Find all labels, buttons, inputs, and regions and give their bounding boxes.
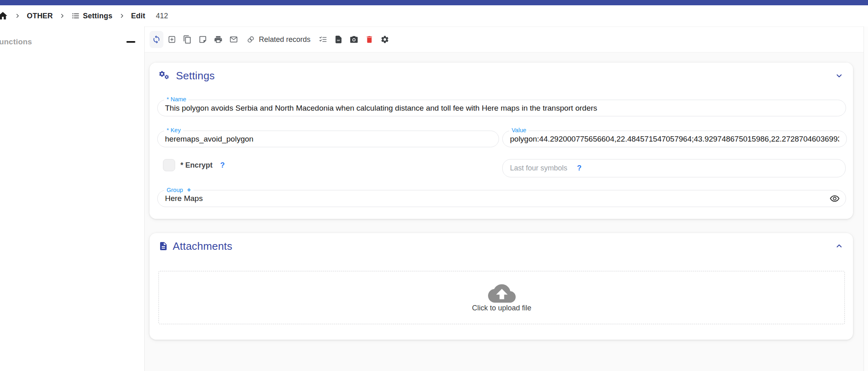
print-icon [214, 35, 223, 44]
minus-icon [126, 41, 135, 43]
name-label: * Name [164, 96, 189, 103]
encrypt-checkbox[interactable] [163, 159, 175, 171]
related-records-button[interactable]: Related records [242, 31, 315, 48]
email-button[interactable] [227, 31, 241, 48]
record-id: 412 [156, 12, 168, 20]
breadcrumb-settings[interactable]: Settings [72, 12, 113, 20]
home-icon[interactable] [0, 11, 8, 21]
key-label: * Key [164, 127, 183, 133]
trash-icon [365, 35, 374, 44]
value-input[interactable] [510, 131, 839, 147]
camera-button[interactable] [347, 31, 361, 48]
group-input[interactable] [165, 190, 838, 207]
chevron-up-icon [835, 242, 843, 250]
export-pdf-button[interactable] [332, 31, 345, 48]
copy-icon [183, 35, 192, 44]
group-label: Group [167, 187, 183, 193]
related-records-label: Related records [259, 35, 310, 44]
camera-icon [349, 35, 358, 44]
breadcrumb-settings-label: Settings [83, 12, 113, 20]
attachments-section-title: Attachments [173, 240, 232, 253]
settings-gear-button[interactable] [378, 31, 392, 48]
pdf-file-icon [334, 35, 343, 44]
file-upload-dropzone[interactable]: Click to upload file [158, 271, 845, 324]
print-button[interactable] [211, 31, 225, 48]
encrypt-label: * Encrypt [180, 161, 213, 170]
list-icon [72, 12, 80, 20]
copy-record-button[interactable] [180, 31, 194, 48]
value-label: Value [509, 127, 529, 133]
view-group-button[interactable] [829, 193, 840, 204]
checklist-button[interactable] [316, 31, 330, 48]
link-icon [246, 35, 255, 44]
last-four-symbols-field[interactable]: Last four symbols ? [502, 159, 846, 177]
upload-label: Click to upload file [472, 304, 531, 312]
attachments-collapse-button[interactable] [835, 242, 843, 250]
sidebar: unctions [0, 26, 145, 371]
encrypt-row: * Encrypt ? [163, 159, 225, 172]
sidebar-title: unctions [0, 37, 32, 46]
last-four-symbols-placeholder: Last four symbols [510, 164, 567, 172]
name-field[interactable]: * Name [157, 100, 846, 116]
settings-collapse-button[interactable] [835, 72, 843, 80]
note-icon [198, 35, 207, 44]
chevron-right-icon [59, 13, 65, 19]
chevron-right-icon [119, 13, 125, 19]
encrypt-help-icon[interactable]: ? [220, 161, 225, 170]
settings-section-title: Settings [176, 70, 215, 82]
breadcrumb-edit[interactable]: Edit [131, 12, 145, 20]
refresh-button[interactable] [150, 31, 163, 48]
add-group-button[interactable]: + [187, 186, 191, 194]
refresh-icon [152, 35, 161, 44]
settings-gears-icon [158, 70, 171, 81]
top-accent-bar [0, 0, 868, 5]
mail-icon [229, 35, 238, 44]
value-field[interactable]: Value [502, 131, 847, 147]
add-icon [167, 35, 176, 44]
breadcrumb: OTHER Settings Edit 412 [0, 5, 868, 26]
breadcrumb-other[interactable]: OTHER [27, 12, 53, 20]
note-button[interactable] [196, 31, 210, 48]
cloud-upload-icon [488, 283, 516, 303]
group-field[interactable]: Group + [157, 190, 846, 207]
main-panel: Related records [145, 26, 868, 371]
settings-section: Settings * Name * Key Value [150, 63, 853, 219]
delete-button[interactable] [362, 31, 376, 48]
eye-icon [829, 193, 840, 204]
key-field[interactable]: * Key [157, 131, 499, 147]
document-icon [158, 241, 168, 251]
attachments-section: Attachments Click to upload file [150, 233, 853, 340]
name-input[interactable] [165, 100, 838, 116]
checklist-icon [319, 35, 328, 44]
gear-icon [380, 35, 389, 44]
add-record-button[interactable] [165, 31, 179, 48]
sidebar-collapse-button[interactable] [126, 38, 136, 46]
record-toolbar: Related records [145, 26, 868, 52]
chevron-right-icon [15, 13, 20, 19]
last-four-help-icon[interactable]: ? [577, 164, 582, 172]
chevron-down-icon [835, 72, 843, 80]
key-input[interactable] [165, 131, 491, 147]
window-scrollbar[interactable] [864, 26, 868, 371]
